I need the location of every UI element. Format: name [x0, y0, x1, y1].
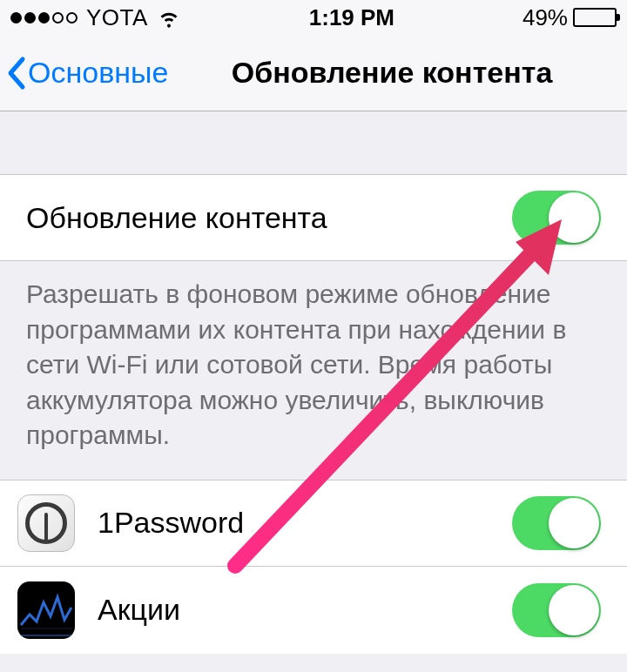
app-toggle-switch[interactable] — [512, 583, 601, 637]
app-name-label: 1Password — [98, 506, 512, 540]
master-toggle-label: Обновление контента — [26, 201, 512, 235]
chevron-left-icon — [7, 56, 28, 91]
wifi-icon — [157, 5, 181, 30]
app-row: 1Password — [0, 480, 627, 567]
app-toggle-switch[interactable] — [512, 496, 601, 550]
battery-percentage: 49% — [522, 4, 568, 31]
app-icon-1password — [17, 494, 75, 552]
clock-time: 1:19 PM — [309, 4, 394, 31]
master-toggle-switch[interactable] — [512, 191, 601, 245]
navigation-bar: Основные Обновление контента — [0, 35, 627, 111]
app-icon-stocks — [17, 581, 75, 639]
section-footer-text: Разрешать в фоновом режиме обновление пр… — [0, 261, 627, 480]
app-row: Акции — [0, 567, 627, 654]
battery-icon — [573, 8, 617, 27]
back-button[interactable]: Основные — [7, 56, 168, 91]
section-gap — [0, 111, 627, 174]
status-right: 49% — [522, 4, 617, 31]
status-left: YOTA — [10, 4, 181, 31]
app-name-label: Акции — [98, 593, 512, 627]
master-toggle-row: Обновление контента — [0, 174, 627, 261]
signal-strength-icon — [10, 12, 78, 24]
app-list: 1Password Акции — [0, 480, 627, 654]
back-label: Основные — [28, 56, 168, 90]
status-bar: YOTA 1:19 PM 49% — [0, 0, 627, 35]
carrier-label: YOTA — [86, 4, 148, 31]
